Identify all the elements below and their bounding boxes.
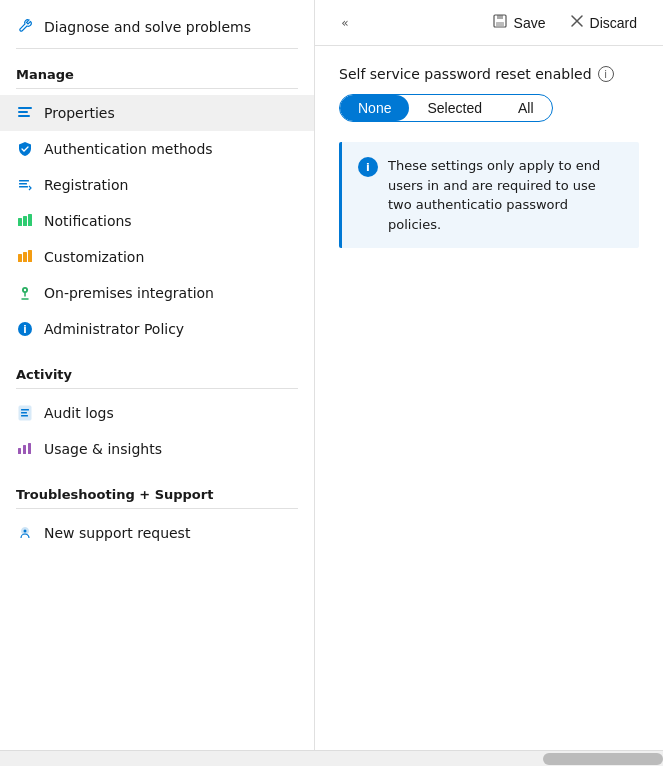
chevron-left-icon: « [341, 16, 348, 30]
collapse-button[interactable]: « [331, 9, 359, 37]
svg-rect-21 [23, 445, 26, 454]
svg-point-24 [24, 530, 27, 533]
svg-rect-11 [28, 250, 32, 262]
svg-text:i: i [23, 324, 26, 335]
svg-rect-6 [18, 218, 22, 226]
audit-icon [16, 404, 34, 422]
svg-rect-2 [18, 115, 30, 117]
svg-rect-4 [19, 183, 27, 185]
toggle-selected[interactable]: Selected [409, 95, 499, 121]
info-box-icon: i [358, 157, 378, 177]
auth-methods-label: Authentication methods [44, 141, 213, 157]
svg-rect-20 [18, 448, 21, 454]
svg-rect-0 [18, 107, 32, 109]
sspr-label-text: Self service password reset enabled [339, 66, 592, 82]
onprem-icon [16, 284, 34, 302]
svg-rect-8 [28, 214, 32, 226]
notifications-icon [16, 212, 34, 230]
svg-rect-27 [496, 22, 504, 26]
sidebar-item-administrator-policy[interactable]: i Administrator Policy [0, 311, 314, 347]
right-panel: « Save Discard [315, 0, 663, 750]
sidebar-item-authentication-methods[interactable]: Authentication methods [0, 131, 314, 167]
save-label: Save [514, 15, 546, 31]
manage-heading: Manage [0, 55, 314, 86]
sidebar-item-notifications[interactable]: Notifications [0, 203, 314, 239]
content-area: Self service password reset enabled i No… [315, 46, 663, 750]
main-layout: Diagnose and solve problems Manage Prope… [0, 0, 663, 750]
svg-rect-17 [21, 409, 29, 411]
svg-rect-1 [18, 111, 28, 113]
support-request-label: New support request [44, 525, 190, 541]
troubleshooting-divider [16, 508, 298, 509]
support-icon [16, 524, 34, 542]
adminpolicy-label: Administrator Policy [44, 321, 184, 337]
diagnose-label: Diagnose and solve problems [44, 19, 251, 35]
discard-button[interactable]: Discard [560, 9, 647, 36]
customization-icon [16, 248, 34, 266]
svg-rect-9 [18, 254, 22, 262]
info-box: i These settings only apply to end users… [339, 142, 639, 248]
bottom-scrollbar[interactable] [0, 750, 663, 766]
svg-point-13 [24, 289, 26, 291]
registration-icon [16, 176, 34, 194]
discard-icon [570, 14, 584, 31]
info-box-text: These settings only apply to end users i… [388, 156, 623, 234]
activity-heading: Activity [0, 355, 314, 386]
sspr-toggle-group: None Selected All [339, 94, 553, 122]
sidebar-item-new-support-request[interactable]: New support request [0, 515, 314, 551]
audit-logs-label: Audit logs [44, 405, 114, 421]
sidebar-item-registration[interactable]: Registration [0, 167, 314, 203]
svg-rect-7 [23, 216, 27, 226]
sidebar: Diagnose and solve problems Manage Prope… [0, 0, 315, 750]
toggle-all[interactable]: All [500, 95, 552, 121]
usage-insights-label: Usage & insights [44, 441, 162, 457]
notifications-label: Notifications [44, 213, 132, 229]
svg-rect-3 [19, 180, 29, 182]
svg-rect-5 [19, 186, 28, 188]
manage-divider [16, 88, 298, 89]
adminpolicy-icon: i [16, 320, 34, 338]
activity-divider [16, 388, 298, 389]
sidebar-item-on-premises-integration[interactable]: On-premises integration [0, 275, 314, 311]
discard-label: Discard [590, 15, 637, 31]
usage-icon [16, 440, 34, 458]
svg-rect-19 [21, 415, 28, 417]
toggle-none[interactable]: None [340, 95, 409, 121]
svg-rect-26 [497, 15, 503, 19]
svg-rect-10 [23, 252, 27, 262]
svg-rect-22 [28, 443, 31, 454]
onprem-label: On-premises integration [44, 285, 214, 301]
troubleshooting-heading: Troubleshooting + Support [0, 475, 314, 506]
scrollbar-thumb[interactable] [543, 753, 663, 765]
wrench-icon [16, 18, 34, 36]
registration-label: Registration [44, 177, 128, 193]
svg-rect-18 [21, 412, 27, 414]
top-divider [16, 48, 298, 49]
toolbar: « Save Discard [315, 0, 663, 46]
save-icon [492, 13, 508, 32]
sidebar-item-customization[interactable]: Customization [0, 239, 314, 275]
diagnose-solve-item[interactable]: Diagnose and solve problems [0, 8, 314, 46]
sidebar-item-properties[interactable]: Properties [0, 95, 314, 131]
sspr-info-icon[interactable]: i [598, 66, 614, 82]
sidebar-item-audit-logs[interactable]: Audit logs [0, 395, 314, 431]
save-button[interactable]: Save [482, 8, 556, 37]
sidebar-item-usage-insights[interactable]: Usage & insights [0, 431, 314, 467]
customization-label: Customization [44, 249, 144, 265]
sspr-label: Self service password reset enabled i [339, 66, 639, 82]
properties-icon [16, 104, 34, 122]
properties-label: Properties [44, 105, 115, 121]
shield-icon [16, 140, 34, 158]
